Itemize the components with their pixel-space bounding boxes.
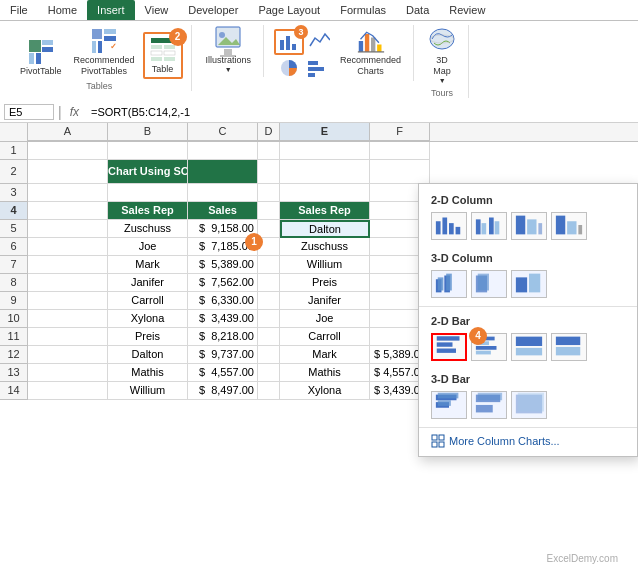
col2d-chart-3[interactable] <box>511 212 547 240</box>
tab-page-layout[interactable]: Page Layout <box>248 0 330 20</box>
bar2d-chart-3[interactable] <box>511 333 547 361</box>
cell-d2[interactable] <box>258 160 280 184</box>
cell-d8[interactable] <box>258 274 280 292</box>
cell-f1[interactable] <box>370 142 430 160</box>
bar3d-chart-3[interactable] <box>511 391 547 419</box>
more-charts-link[interactable]: More Column Charts... <box>419 430 637 452</box>
cell-c3[interactable] <box>188 184 258 202</box>
cell-b1[interactable] <box>108 142 188 160</box>
cell-e13[interactable]: Mathis <box>280 364 370 382</box>
cell-a12[interactable] <box>28 346 108 364</box>
cell-d4[interactable] <box>258 202 280 220</box>
cell-c14[interactable]: $ 8,497.00 <box>188 382 258 400</box>
cell-a3[interactable] <box>28 184 108 202</box>
col2d-chart-1[interactable] <box>431 212 467 240</box>
cell-b9[interactable]: Carroll <box>108 292 188 310</box>
cell-e9[interactable]: Janifer <box>280 292 370 310</box>
cell-a5[interactable] <box>28 220 108 238</box>
recommended-pivot-button[interactable]: ✓ RecommendedPivotTables <box>70 25 139 79</box>
cell-f2[interactable] <box>370 160 430 184</box>
cell-e5[interactable]: Dalton <box>280 220 370 238</box>
tab-file[interactable]: File <box>0 0 38 20</box>
cell-d13[interactable] <box>258 364 280 382</box>
row-header-6[interactable]: 6 <box>0 238 28 256</box>
col2d-chart-4[interactable] <box>551 212 587 240</box>
cell-a7[interactable] <box>28 256 108 274</box>
tab-review[interactable]: Review <box>439 0 495 20</box>
row-header-3[interactable]: 3 <box>0 184 28 202</box>
row-header-10[interactable]: 10 <box>0 310 28 328</box>
bar3d-chart-2[interactable] <box>471 391 507 419</box>
tab-data[interactable]: Data <box>396 0 439 20</box>
col3d-chart-3[interactable] <box>511 270 547 298</box>
cell-c12[interactable]: $ 9,737.00 <box>188 346 258 364</box>
cell-c13[interactable]: $ 4,557.00 <box>188 364 258 382</box>
cell-reference[interactable] <box>4 104 54 120</box>
cell-a11[interactable] <box>28 328 108 346</box>
row-header-14[interactable]: 14 <box>0 382 28 400</box>
3d-map-button[interactable]: 3DMap ▼ <box>424 25 460 86</box>
cell-d1[interactable] <box>258 142 280 160</box>
cell-d14[interactable] <box>258 382 280 400</box>
col2d-chart-2[interactable] <box>471 212 507 240</box>
cell-a8[interactable] <box>28 274 108 292</box>
cell-c1[interactable] <box>188 142 258 160</box>
cell-c8[interactable]: $ 7,562.00 <box>188 274 258 292</box>
cell-b14[interactable]: Willium <box>108 382 188 400</box>
cell-c10[interactable]: $ 3,439.00 <box>188 310 258 328</box>
cell-b3[interactable] <box>108 184 188 202</box>
row-header-2[interactable]: 2 <box>0 160 28 184</box>
row-header-7[interactable]: 7 <box>0 256 28 274</box>
row-header-5[interactable]: 5 <box>0 220 28 238</box>
recommended-charts-button[interactable]: RecommendedCharts <box>336 25 405 79</box>
cell-e6[interactable]: Zuschuss <box>280 238 370 256</box>
row-header-8[interactable]: 8 <box>0 274 28 292</box>
cell-c4[interactable]: Sales <box>188 202 258 220</box>
line-chart-button[interactable] <box>306 29 332 55</box>
cell-d7[interactable] <box>258 256 280 274</box>
cell-c11[interactable]: $ 8,218.00 <box>188 328 258 346</box>
cell-b2[interactable]: Sort Bar Chart Using SORT Func <box>108 160 188 184</box>
cell-d12[interactable] <box>258 346 280 364</box>
cell-b11[interactable]: Preis <box>108 328 188 346</box>
cell-e12[interactable]: Mark <box>280 346 370 364</box>
cell-a14[interactable] <box>28 382 108 400</box>
cell-d9[interactable] <box>258 292 280 310</box>
cell-e8[interactable]: Preis <box>280 274 370 292</box>
col-chart-button[interactable]: 3 <box>274 29 304 55</box>
bar2d-chart-1[interactable] <box>431 333 467 361</box>
col-header-a[interactable]: A <box>28 123 108 141</box>
row-header-1[interactable]: 1 <box>0 142 28 160</box>
cell-a2[interactable] <box>28 160 108 184</box>
col-header-e[interactable]: E <box>280 123 370 141</box>
table-button[interactable]: Table 2 <box>143 32 183 79</box>
cell-b4[interactable]: Sales Rep <box>108 202 188 220</box>
cell-d3[interactable] <box>258 184 280 202</box>
tab-insert[interactable]: Insert <box>87 0 135 20</box>
cell-a9[interactable] <box>28 292 108 310</box>
cell-a10[interactable] <box>28 310 108 328</box>
tab-formulas[interactable]: Formulas <box>330 0 396 20</box>
cell-a13[interactable] <box>28 364 108 382</box>
cell-d5[interactable] <box>258 220 280 238</box>
row-header-11[interactable]: 11 <box>0 328 28 346</box>
cell-e3[interactable] <box>280 184 370 202</box>
formula-input[interactable] <box>87 105 634 119</box>
tab-view[interactable]: View <box>135 0 179 20</box>
cell-e14[interactable]: Xylona <box>280 382 370 400</box>
cell-b12[interactable]: Dalton <box>108 346 188 364</box>
row-header-13[interactable]: 13 <box>0 364 28 382</box>
col3d-chart-2[interactable] <box>471 270 507 298</box>
cell-e11[interactable]: Carroll <box>280 328 370 346</box>
cell-b5[interactable]: Zuschuss <box>108 220 188 238</box>
col-header-b[interactable]: B <box>108 123 188 141</box>
chart-type-dropdown[interactable]: 2-D Column <box>418 183 638 457</box>
cell-e1[interactable] <box>280 142 370 160</box>
col3d-chart-1[interactable] <box>431 270 467 298</box>
cell-e2[interactable] <box>280 160 370 184</box>
cell-c2[interactable] <box>188 160 258 184</box>
tab-developer[interactable]: Developer <box>178 0 248 20</box>
col-header-f[interactable]: F <box>370 123 430 141</box>
cell-b10[interactable]: Xylona <box>108 310 188 328</box>
cell-b8[interactable]: Janifer <box>108 274 188 292</box>
